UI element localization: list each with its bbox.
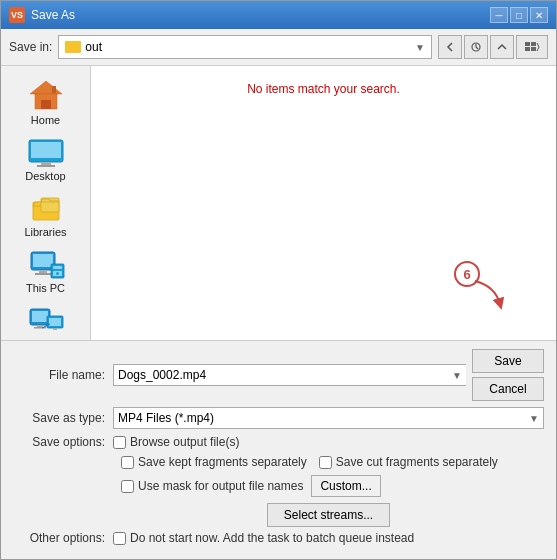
save-in-label: Save in: [9, 40, 52, 54]
svg-rect-1 [525, 42, 530, 46]
sidebar-desktop-label: Desktop [25, 170, 65, 182]
save-cut-checkbox[interactable] [319, 456, 332, 469]
desktop-icon [27, 138, 65, 168]
fragments-row: Save kept fragments separately Save cut … [121, 455, 544, 469]
sidebar-item-home[interactable]: Home [6, 74, 86, 130]
sidebar-item-thispc[interactable]: This PC [6, 246, 86, 298]
save-kept-option[interactable]: Save kept fragments separately [121, 455, 307, 469]
svg-rect-24 [32, 311, 48, 322]
custom-button[interactable]: Custom... [311, 475, 380, 497]
nav-buttons [438, 35, 548, 59]
svg-rect-4 [531, 47, 536, 51]
svg-point-22 [56, 272, 59, 275]
use-mask-checkbox[interactable] [121, 480, 134, 493]
svg-rect-11 [41, 162, 51, 165]
libraries-icon [27, 194, 65, 224]
main-area: Home Desktop [1, 66, 556, 340]
saveoptions-label: Save options: [13, 435, 113, 449]
filename-combo-arrow: ▼ [452, 370, 462, 381]
svg-rect-20 [53, 266, 62, 269]
window-controls: ─ □ ✕ [490, 7, 548, 23]
save-kept-checkbox[interactable] [121, 456, 134, 469]
no-items-message: No items match your search. [247, 82, 400, 96]
sidebar-libraries-label: Libraries [24, 226, 66, 238]
home-icon [27, 78, 65, 112]
sidebar-item-desktop[interactable]: Desktop [6, 134, 86, 186]
back-button[interactable] [438, 35, 462, 59]
maximize-button[interactable]: □ [510, 7, 528, 23]
thispc-icon [27, 250, 65, 280]
sidebar-home-label: Home [31, 114, 60, 126]
filename-value: Dogs_0002.mp4 [118, 368, 206, 382]
svg-rect-12 [37, 165, 55, 167]
svg-rect-25 [37, 325, 43, 327]
svg-rect-29 [53, 328, 57, 330]
view-button[interactable] [516, 35, 548, 59]
minimize-button[interactable]: ─ [490, 7, 508, 23]
sidebar: Home Desktop [1, 66, 91, 340]
filename-input-group: Dogs_0002.mp4 ▼ Save Cancel [113, 349, 544, 401]
do-not-start-checkbox[interactable] [113, 532, 126, 545]
annotation-arrow [470, 276, 506, 315]
close-button[interactable]: ✕ [530, 7, 548, 23]
sidebar-item-libraries[interactable]: Libraries [6, 190, 86, 242]
svg-rect-8 [52, 86, 56, 93]
otheroptions-row: Other options: Do not start now. Add the… [13, 531, 544, 545]
save-as-dialog: VS Save As ─ □ ✕ Save in: out ▼ [0, 0, 557, 560]
svg-rect-28 [49, 318, 61, 326]
save-button[interactable]: Save [472, 349, 544, 373]
saveastype-combo-arrow: ▼ [529, 413, 539, 424]
save-in-combo[interactable]: out ▼ [58, 35, 432, 59]
filename-row: File name: Dogs_0002.mp4 ▼ Save Cancel [13, 349, 544, 401]
usemask-row: Use mask for output file names Custom... [121, 475, 544, 497]
save-cut-option[interactable]: Save cut fragments separately [319, 455, 498, 469]
recent-locations-button[interactable] [464, 35, 488, 59]
cancel-button[interactable]: Cancel [472, 377, 544, 401]
bottom-form: File name: Dogs_0002.mp4 ▼ Save Cancel S… [1, 340, 556, 559]
app-icon: VS [9, 7, 25, 23]
select-streams-button[interactable]: Select streams... [267, 503, 390, 527]
combo-arrow-icon: ▼ [415, 42, 425, 53]
saveastype-row: Save as type: MP4 Files (*.mp4) ▼ [13, 407, 544, 429]
svg-rect-18 [35, 273, 51, 275]
filename-combo[interactable]: Dogs_0002.mp4 ▼ [113, 364, 466, 386]
saveastype-label: Save as type: [13, 411, 113, 425]
otheroptions-label: Other options: [13, 531, 113, 545]
select-streams-row: Select streams... [113, 503, 544, 527]
svg-rect-17 [39, 270, 47, 273]
folder-icon [65, 41, 81, 53]
do-not-start-option[interactable]: Do not start now. Add the task to batch … [113, 531, 414, 545]
file-list-area: No items match your search. 6 [91, 66, 556, 340]
sidebar-thispc-label: This PC [26, 282, 65, 294]
dialog-title: Save As [31, 8, 484, 22]
folder-name: out [85, 40, 411, 54]
svg-rect-7 [41, 100, 51, 109]
sidebar-item-network[interactable]: Network [6, 302, 86, 340]
saveastype-value: MP4 Files (*.mp4) [118, 411, 214, 425]
filename-label: File name: [13, 368, 113, 382]
svg-rect-16 [33, 254, 53, 267]
saveastype-combo[interactable]: MP4 Files (*.mp4) ▼ [113, 407, 544, 429]
title-bar: VS Save As ─ □ ✕ [1, 1, 556, 29]
network-icon [27, 306, 65, 336]
dialog-action-buttons: Save Cancel [472, 349, 544, 401]
location-toolbar: Save in: out ▼ [1, 29, 556, 66]
saveoptions-row: Save options: Browse output file(s) [13, 435, 544, 449]
svg-rect-2 [531, 42, 536, 46]
up-button[interactable] [490, 35, 514, 59]
svg-rect-10 [31, 142, 61, 158]
use-mask-option[interactable]: Use mask for output file names [121, 479, 303, 493]
svg-marker-5 [30, 81, 62, 94]
browse-output-checkbox[interactable] [113, 436, 126, 449]
svg-rect-3 [525, 47, 530, 51]
browse-output-option[interactable]: Browse output file(s) [113, 435, 239, 449]
